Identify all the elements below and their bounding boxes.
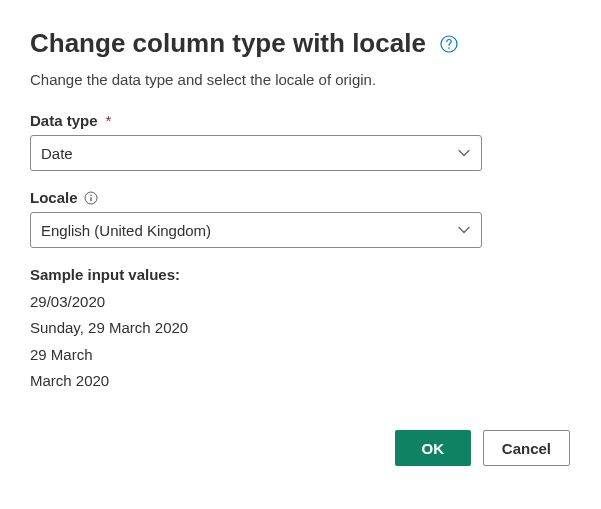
data-type-label-row: Data type *	[30, 112, 571, 129]
sample-values-label: Sample input values:	[30, 266, 571, 283]
sample-item: Sunday, 29 March 2020	[30, 315, 571, 341]
svg-point-3	[90, 194, 92, 196]
data-type-label: Data type	[30, 112, 98, 129]
data-type-value: Date	[41, 145, 73, 162]
sample-item: 29/03/2020	[30, 289, 571, 315]
dialog-title: Change column type with locale	[30, 28, 426, 59]
dialog-header: Change column type with locale	[30, 28, 571, 59]
locale-value: English (United Kingdom)	[41, 222, 211, 239]
cancel-button[interactable]: Cancel	[483, 430, 570, 466]
data-type-dropdown[interactable]: Date	[30, 135, 482, 171]
chevron-down-icon	[457, 223, 471, 237]
ok-button[interactable]: OK	[395, 430, 471, 466]
info-icon[interactable]	[84, 191, 98, 205]
dialog-buttons: OK Cancel	[30, 430, 570, 466]
dialog-subtitle: Change the data type and select the loca…	[30, 71, 571, 88]
locale-label: Locale	[30, 189, 78, 206]
sample-values-list: 29/03/2020 Sunday, 29 March 2020 29 Marc…	[30, 289, 571, 394]
sample-item: March 2020	[30, 368, 571, 394]
help-icon[interactable]	[440, 35, 458, 53]
sample-item: 29 March	[30, 342, 571, 368]
chevron-down-icon	[457, 146, 471, 160]
svg-point-1	[448, 47, 450, 49]
locale-dropdown[interactable]: English (United Kingdom)	[30, 212, 482, 248]
required-indicator: *	[106, 112, 112, 129]
locale-label-row: Locale	[30, 189, 571, 206]
svg-rect-4	[90, 197, 91, 201]
